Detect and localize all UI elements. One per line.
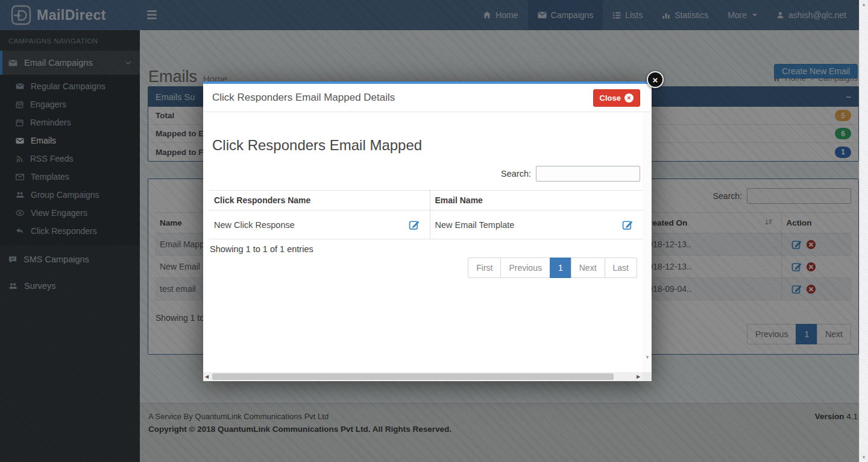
modal-search-input[interactable] <box>536 166 640 182</box>
modal-search: Search: <box>501 166 640 182</box>
horizontal-scroll-thumb[interactable] <box>212 373 614 380</box>
modal-header: Click Responders Email Mapped Details Cl… <box>203 84 652 112</box>
edit-icon[interactable] <box>622 219 634 230</box>
column-header-email[interactable]: Email Name <box>430 191 643 210</box>
edit-icon[interactable] <box>409 219 420 230</box>
mapped-table: Click Responders Name Email Name New Cli… <box>209 190 643 239</box>
scroll-right-arrow-icon[interactable]: ▶ <box>635 374 642 379</box>
pagination-page-1[interactable]: 1 <box>550 258 571 278</box>
modal-vertical-scrollbar[interactable]: ▼ <box>643 112 652 372</box>
modal-horizontal-scrollbar[interactable]: ◀ ▶ <box>203 372 652 381</box>
pagination-previous[interactable]: Previous <box>500 258 550 278</box>
modal-pagination: First Previous 1 Next Last <box>468 258 637 278</box>
page-vertical-scrollbar[interactable]: ▲ ▼ <box>859 0 868 462</box>
modal-title: Click Responders Email Mapped Details <box>212 92 395 104</box>
search-label: Search: <box>501 169 531 179</box>
pagination-first[interactable]: First <box>468 258 501 278</box>
modal-heading: Click Responders Email Mapped <box>212 137 422 154</box>
scrollbar-corner <box>643 372 652 381</box>
showing-entries-text: Showing 1 to 1 of 1 entries <box>210 244 313 254</box>
scroll-down-arrow-icon[interactable]: ▼ <box>645 355 650 360</box>
scroll-up-arrow-icon[interactable]: ▲ <box>860 2 868 7</box>
table-row: New Click Response New Email Template <box>209 210 643 239</box>
column-header-responder[interactable]: Click Responders Name <box>209 191 430 210</box>
pagination-last[interactable]: Last <box>605 258 637 278</box>
click-responders-modal: Click Responders Email Mapped Details Cl… <box>203 81 652 381</box>
scroll-left-arrow-icon[interactable]: ◀ <box>203 374 210 379</box>
close-circle-icon: × <box>624 93 634 103</box>
scroll-down-arrow-icon[interactable]: ▼ <box>860 455 868 460</box>
lightbox-close-icon[interactable]: × <box>647 71 664 88</box>
close-button[interactable]: Close × <box>593 89 640 107</box>
pagination-next[interactable]: Next <box>571 258 605 278</box>
